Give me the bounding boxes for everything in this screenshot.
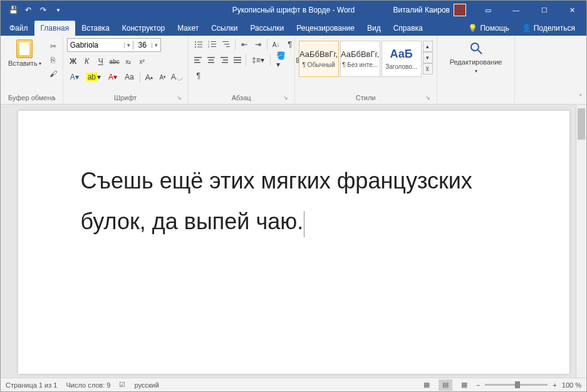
bold-button[interactable]: Ж (67, 55, 80, 68)
superscript-button[interactable]: x² (136, 55, 148, 68)
tab-file[interactable]: Файл (3, 21, 34, 36)
paragraph-marks-button[interactable]: ¶ (192, 70, 205, 82)
svg-line-28 (478, 50, 482, 54)
shading-button[interactable]: 🪣▾ (273, 54, 292, 66)
align-left-button[interactable] (192, 54, 204, 66)
tab-review[interactable]: Рецензирование (290, 21, 361, 36)
sort-button[interactable]: A↓ (270, 38, 283, 51)
svg-rect-22 (223, 59, 228, 61)
font-name-input[interactable] (68, 41, 124, 49)
tab-view[interactable]: Вид (361, 21, 387, 36)
copy-icon[interactable]: ⎘ (48, 54, 59, 66)
outdent-button[interactable]: ⇤ (238, 38, 251, 51)
user-account[interactable]: Виталий Каиров (393, 4, 466, 16)
maximize-button[interactable]: ☐ (530, 1, 558, 19)
print-layout-icon[interactable]: ▤ (439, 379, 452, 391)
page-indicator[interactable]: Страница 1 из 1 (6, 381, 57, 389)
svg-point-4 (195, 46, 196, 48)
italic-button[interactable]: К (81, 55, 93, 68)
svg-rect-19 (209, 59, 214, 61)
style-normal[interactable]: АаБбВвГг, ¶ Обычный (299, 41, 339, 77)
clipboard-launcher-icon[interactable]: ↘ (50, 94, 58, 101)
text-effects-button[interactable]: A▾ (67, 71, 82, 83)
zoom-in-button[interactable]: + (553, 381, 556, 389)
tab-references[interactable]: Ссылки (205, 21, 244, 36)
page[interactable]: Съешь ещё этих мягких французских булок,… (18, 111, 569, 374)
svg-rect-24 (234, 57, 241, 58)
close-button[interactable]: ✕ (558, 1, 586, 19)
numbering-button[interactable]: 123 (206, 38, 219, 51)
align-center-button[interactable] (205, 54, 217, 66)
share-button[interactable]: 👤 Поделиться (516, 21, 581, 36)
styles-scroll-down-icon[interactable]: ▾ (423, 52, 433, 63)
tab-mailings[interactable]: Рассылки (244, 21, 290, 36)
tab-design[interactable]: Конструктор (116, 21, 171, 36)
show-marks-button[interactable]: ¶ (284, 38, 296, 51)
bullets-button[interactable] (192, 38, 205, 51)
read-mode-icon[interactable]: ▦ (420, 379, 434, 391)
grow-font-button[interactable]: A▴ (143, 71, 155, 83)
tab-layout[interactable]: Макет (171, 21, 205, 36)
svg-rect-1 (197, 42, 202, 43)
avatar (454, 4, 466, 16)
font-color-button[interactable]: A▾ (105, 71, 120, 83)
zoom-out-button[interactable]: − (476, 381, 480, 389)
multilevel-button[interactable] (220, 38, 232, 51)
tell-me-button[interactable]: 💡 Помощь (462, 21, 515, 36)
group-paragraph: 123 ⇤ ⇥ A↓ ¶ ‡≡▾ 🪣▾ (189, 36, 295, 104)
autosave-icon[interactable]: 💾 (8, 5, 18, 15)
font-launcher-icon[interactable]: ↘ (175, 94, 183, 101)
highlight-button[interactable]: ab▾ (83, 71, 104, 83)
svg-rect-17 (194, 62, 200, 63)
styles-launcher-icon[interactable]: ↘ (424, 94, 432, 101)
shrink-font-button[interactable]: A▾ (157, 71, 169, 83)
style-no-spacing[interactable]: АаБбВвГг, ¶ Без инте... (340, 41, 380, 77)
vertical-scrollbar[interactable] (576, 105, 586, 378)
qat-customize-icon[interactable]: ▼ (53, 5, 63, 15)
align-right-button[interactable] (218, 54, 230, 66)
tab-home[interactable]: Главная (34, 21, 76, 36)
tab-help[interactable]: Справка (387, 21, 429, 36)
underline-button[interactable]: Ч (95, 55, 107, 68)
collapse-ribbon-icon[interactable]: ˄ (579, 93, 583, 101)
change-case-button[interactable]: Aa (122, 71, 137, 83)
font-size-input[interactable] (133, 41, 152, 49)
indent-button[interactable]: ⇥ (252, 38, 264, 51)
paragraph-launcher-icon[interactable]: ↘ (282, 94, 289, 101)
font-size-dropdown-icon[interactable]: ▼ (152, 43, 160, 48)
svg-rect-26 (234, 62, 241, 63)
language-indicator[interactable]: русский (134, 381, 158, 389)
cut-icon[interactable]: ✂ (48, 41, 59, 52)
editing-button[interactable]: Редактирование ▾ (450, 41, 502, 99)
line-spacing-button[interactable]: ‡≡▾ (249, 54, 268, 66)
document-text[interactable]: Съешь ещё этих мягких французских булок,… (81, 161, 507, 242)
paste-button[interactable]: Вставить▾ (4, 38, 45, 93)
spellcheck-icon[interactable]: ☑ (119, 381, 125, 389)
svg-rect-7 (211, 41, 216, 42)
format-painter-icon[interactable]: 🖌 (48, 68, 59, 80)
justify-button[interactable] (231, 54, 243, 66)
document-area: Съешь ещё этих мягких французских булок,… (1, 105, 586, 378)
svg-rect-13 (224, 44, 229, 44)
status-bar: Страница 1 из 1 Число слов: 9 ☑ русский … (1, 378, 586, 391)
tab-insert[interactable]: Вставка (75, 21, 116, 36)
web-layout-icon[interactable]: ▦ (457, 379, 471, 391)
font-name-dropdown-icon[interactable]: ▼ (124, 43, 133, 48)
styles-scroll-up-icon[interactable]: ▴ (423, 41, 433, 52)
redo-icon[interactable]: ↷ (38, 5, 48, 15)
undo-icon[interactable]: ↶ (23, 5, 33, 15)
zoom-slider[interactable] (485, 384, 548, 386)
strike-button[interactable]: abc (108, 55, 121, 68)
svg-rect-15 (194, 57, 202, 58)
word-count[interactable]: Число слов: 9 (66, 381, 110, 389)
ribbon-display-icon[interactable]: ▭ (474, 1, 502, 19)
scroll-thumb[interactable] (578, 108, 585, 140)
minimize-button[interactable]: ― (502, 1, 530, 19)
subscript-button[interactable]: x₂ (122, 55, 135, 68)
style-heading[interactable]: АаБ Заголово... (382, 41, 422, 77)
zoom-level[interactable]: 100 % (562, 381, 581, 389)
clear-format-button[interactable]: A◡ (170, 71, 183, 83)
search-icon (469, 41, 484, 56)
styles-more-icon[interactable]: ⊻ (423, 63, 433, 75)
svg-text:3: 3 (208, 45, 210, 48)
